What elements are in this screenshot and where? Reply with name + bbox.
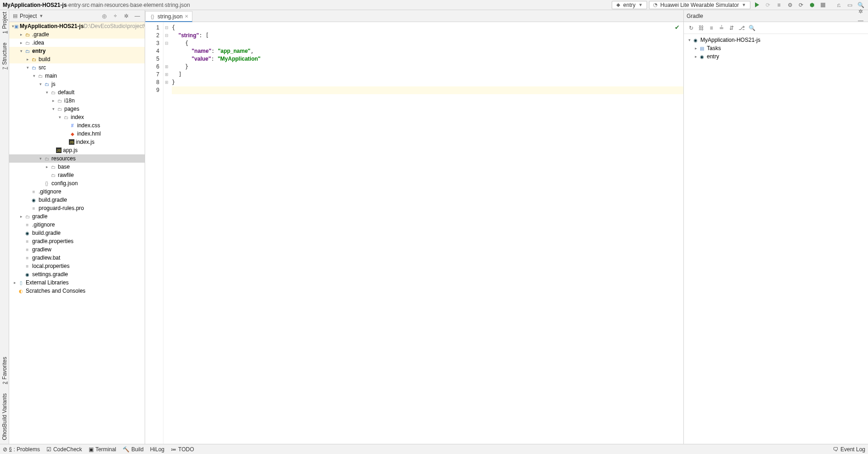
tree-row[interactable]: ▾▣MyApplication-HOS21-js D:\DevEcoStudio…	[9, 22, 145, 30]
inspection-ok-icon[interactable]: ✔	[675, 24, 680, 31]
tree-row[interactable]: ▾🗀main	[9, 72, 145, 80]
gradle-tree-row[interactable]: ▸◉entry	[684, 52, 868, 61]
event-log-tab[interactable]: 🗨Event Log	[833, 446, 865, 453]
tree-row[interactable]: JSindex.js	[9, 138, 145, 146]
tree-row[interactable]: ≡gradlew.bat	[9, 254, 145, 262]
breadcrumb-item[interactable]: main	[91, 2, 103, 8]
fold-column[interactable]: ⊟⊟⊟⊞⊞⊞	[163, 22, 170, 444]
tree-arrow-icon[interactable]: ▾	[25, 65, 30, 70]
tree-row[interactable]: ▾🗀entry	[9, 47, 145, 55]
tree-arrow-icon[interactable]: ▾	[18, 49, 24, 53]
tree-row[interactable]: ≡.gitignore	[9, 221, 145, 229]
gradle-settings-button[interactable]: ✲	[856, 7, 865, 16]
tree-arrow-icon[interactable]: ▾	[38, 156, 43, 161]
gradle-tree-row[interactable]: ▾◉MyApplication-HOS21-js	[684, 36, 868, 44]
codecheck-tab[interactable]: ☑CodeCheck	[46, 446, 82, 453]
tree-arrow-icon[interactable]: ▸	[18, 40, 24, 45]
tree-row[interactable]: ▸▯External Libraries	[9, 278, 145, 287]
avd-button[interactable]: ▭	[845, 0, 854, 10]
module-selector[interactable]: ◆ entry ▾	[612, 1, 647, 9]
tree-arrow-icon[interactable]: ▸	[25, 57, 30, 62]
gradle-refresh-button[interactable]: ↻	[687, 23, 696, 33]
tree-arrow-icon[interactable]: ▾	[38, 82, 43, 86]
tree-arrow-icon[interactable]: ▾	[57, 115, 62, 119]
tree-row[interactable]: ◆index.hml	[9, 130, 145, 138]
tree-row[interactable]: ≡gradle.properties	[9, 237, 145, 245]
gradle-tree-row[interactable]: ▸▤Tasks	[684, 44, 868, 52]
profile-button[interactable]: ⚙	[785, 0, 795, 10]
tree-arrow-icon[interactable]: ▾	[44, 90, 50, 95]
run-button[interactable]	[752, 0, 761, 10]
expand-button[interactable]: ÷	[111, 11, 120, 21]
tree-row[interactable]: ▸🗀gradle	[9, 212, 145, 221]
gradle-toggle-button[interactable]: ⇵	[727, 23, 736, 33]
attach-debugger-button[interactable]: ⟳	[796, 0, 806, 10]
tree-arrow-icon[interactable]: ▸	[693, 46, 699, 51]
breadcrumb-item[interactable]: MyApplication-HOS21-js	[3, 2, 67, 8]
gradle-expand-button[interactable]: ≡	[707, 23, 716, 33]
tree-row[interactable]: ▸🗀.gradle	[9, 30, 145, 39]
breadcrumb-item[interactable]: base	[130, 2, 142, 8]
project-view-selector[interactable]: ▤ Project ▾	[12, 13, 45, 19]
gradle-search-button[interactable]: 🔍	[747, 23, 756, 33]
hilog-tab[interactable]: HiLog	[150, 446, 164, 453]
tree-row[interactable]: ▾🗀pages	[9, 105, 145, 113]
debug2-button[interactable]: ⬢	[807, 0, 817, 10]
structure-tool-tab[interactable]: 7Structure	[1, 43, 8, 69]
locate-button[interactable]: ◎	[100, 11, 109, 21]
tree-row[interactable]: ≡.gitignore	[9, 187, 145, 196]
tree-arrow-icon[interactable]: ▸	[693, 54, 699, 59]
tree-row[interactable]: ▸🗀base	[9, 163, 145, 171]
project-tree[interactable]: ▾▣MyApplication-HOS21-js D:\DevEcoStudio…	[9, 22, 145, 444]
build-tab[interactable]: 🔨Build	[123, 446, 144, 453]
minimize-button[interactable]: —	[133, 11, 142, 21]
gradle-attach-button[interactable]: ⛓	[697, 23, 706, 33]
tree-row[interactable]: ▸🗀build	[9, 55, 145, 63]
tree-row[interactable]: ▾🗀index	[9, 113, 145, 121]
settings-button[interactable]: ✲	[122, 11, 131, 21]
tree-row[interactable]: ≡local.properties	[9, 262, 145, 270]
favorites-tool-tab[interactable]: 2Favorites	[1, 357, 8, 384]
tree-row[interactable]: ▾🗀default	[9, 88, 145, 96]
terminal-tab[interactable]: ▣Terminal	[89, 446, 116, 453]
editor-tab[interactable]: {} string.json ✕	[145, 11, 192, 22]
tree-row[interactable]: {}config.json	[9, 179, 145, 187]
gradle-tree[interactable]: ▾◉MyApplication-HOS21-js▸▤Tasks▸◉entry	[684, 34, 868, 444]
breadcrumb-item[interactable]: resources	[104, 2, 129, 8]
tree-row[interactable]: ▸🗀i18n	[9, 96, 145, 105]
device-selector[interactable]: ◔ Huawei Lite Wearable Simulator ▾	[649, 1, 750, 9]
code-editor[interactable]: 123456789 ⊟⊟⊟⊞⊞⊞ { "string": [ { "name":…	[145, 22, 683, 444]
tree-arrow-icon[interactable]: ▾	[51, 107, 56, 111]
stop-button[interactable]	[818, 0, 828, 10]
tree-row[interactable]: ▸🗀.idea	[9, 39, 145, 47]
tree-arrow-icon[interactable]: ▸	[12, 280, 17, 285]
sync-button[interactable]: ⎌	[834, 0, 843, 10]
tree-row[interactable]: #index.css	[9, 121, 145, 130]
tree-row[interactable]: JSapp.js	[9, 146, 145, 154]
gradle-execute-button[interactable]: ⎇	[737, 23, 746, 33]
breadcrumb-item[interactable]: entry	[68, 2, 81, 8]
tree-row[interactable]: ≡proguard-rules.pro	[9, 204, 145, 212]
tree-row[interactable]: ▾🗀resources	[9, 154, 145, 163]
project-tool-tab[interactable]: 1Project	[1, 12, 8, 34]
tree-arrow-icon[interactable]: ▾	[687, 38, 692, 42]
breadcrumb-item[interactable]: element	[144, 2, 163, 8]
tree-row[interactable]: ▾🗀js	[9, 80, 145, 88]
tree-row[interactable]: ◉settings.gradle	[9, 270, 145, 278]
tree-row[interactable]: 🗀rawfile	[9, 171, 145, 179]
breadcrumb-item[interactable]: src	[82, 2, 90, 8]
code-content[interactable]: { "string": [ { "name": "app_name", "val…	[170, 22, 683, 444]
todo-tab[interactable]: ≔TODO	[171, 446, 194, 453]
tree-row[interactable]: ◉build.gradle	[9, 196, 145, 204]
breadcrumb-item[interactable]: string.json	[165, 2, 190, 8]
problems-tab[interactable]: ⊘6: Problems	[3, 446, 40, 453]
gradle-collapse-button[interactable]: ≟	[717, 23, 726, 33]
build-variants-tool-tab[interactable]: OhosBuild Variants	[1, 393, 8, 440]
tree-row[interactable]: ◉build.gradle	[9, 229, 145, 237]
tree-row[interactable]: ▾🗀src	[9, 63, 145, 72]
tree-row[interactable]: ◐Scratches and Consoles	[9, 287, 145, 295]
tree-arrow-icon[interactable]: ▾	[31, 74, 37, 78]
tree-arrow-icon[interactable]: ▸	[18, 32, 24, 37]
tree-arrow-icon[interactable]: ▸	[51, 98, 56, 103]
tree-arrow-icon[interactable]: ▸	[18, 214, 24, 219]
